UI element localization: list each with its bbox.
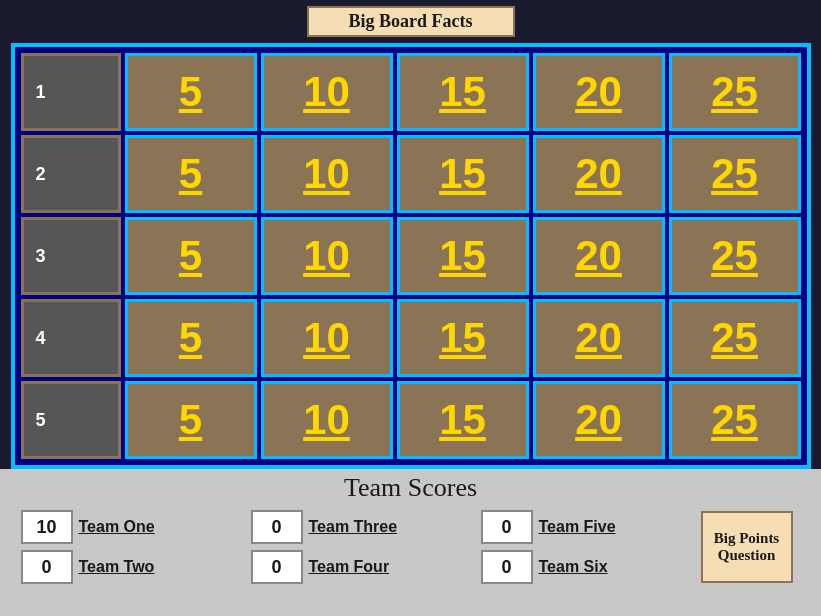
cell-value-row2-col25: 25 — [711, 150, 758, 198]
cell-row3-col25[interactable]: 25 — [669, 217, 801, 295]
cell-value-row4-col5: 5 — [179, 314, 202, 362]
team-score-5: 0 — [481, 550, 533, 584]
cell-row5-col10[interactable]: 10 — [261, 381, 393, 459]
team-entry-2: 0Team Five — [481, 509, 701, 545]
team-entry-0: 10Team One — [21, 509, 241, 545]
cell-row4-col25[interactable]: 25 — [669, 299, 801, 377]
cell-value-row5-col5: 5 — [179, 396, 202, 444]
team-name-0: Team One — [79, 518, 179, 536]
team-score-4: 0 — [251, 550, 303, 584]
cell-value-row4-col25: 25 — [711, 314, 758, 362]
cell-value-row5-col10: 10 — [303, 396, 350, 444]
team-entry-1: 0Team Three — [251, 509, 471, 545]
cell-row3-col5[interactable]: 5 — [125, 217, 257, 295]
cell-value-row4-col10: 10 — [303, 314, 350, 362]
cell-row2-col25[interactable]: 25 — [669, 135, 801, 213]
cell-row5-col25[interactable]: 25 — [669, 381, 801, 459]
cell-value-row3-col15: 15 — [439, 232, 486, 280]
cell-value-row5-col20: 20 — [575, 396, 622, 444]
cell-row2-col20[interactable]: 20 — [533, 135, 665, 213]
cell-row2-col10[interactable]: 10 — [261, 135, 393, 213]
cell-value-row1-col25: 25 — [711, 68, 758, 116]
title-bar: Big Board Facts — [307, 6, 515, 37]
team-name-2: Team Five — [539, 518, 639, 536]
scores-title: Team Scores — [344, 473, 477, 503]
teams-grid: 10Team One0Team Three0Team Five0Team Two… — [21, 509, 701, 585]
team-entry-5: 0Team Six — [481, 549, 701, 585]
team-entry-3: 0Team Two — [21, 549, 241, 585]
cell-value-row3-col25: 25 — [711, 232, 758, 280]
cell-value-row1-col10: 10 — [303, 68, 350, 116]
row-label-1: 1 — [21, 53, 121, 131]
cell-row1-col20[interactable]: 20 — [533, 53, 665, 131]
row-label-3: 3 — [21, 217, 121, 295]
cell-row3-col20[interactable]: 20 — [533, 217, 665, 295]
game-board: 1510152025251015202535101520254510152025… — [11, 43, 811, 469]
big-points-button[interactable]: Big Points Question — [701, 511, 793, 583]
cell-value-row3-col20: 20 — [575, 232, 622, 280]
cell-value-row5-col25: 25 — [711, 396, 758, 444]
scores-section: Team Scores 10Team One0Team Three0Team F… — [0, 469, 821, 616]
scores-teams-area: 10Team One0Team Three0Team Five0Team Two… — [21, 509, 801, 585]
cell-row5-col5[interactable]: 5 — [125, 381, 257, 459]
team-name-4: Team Four — [309, 558, 409, 576]
cell-row2-col5[interactable]: 5 — [125, 135, 257, 213]
cell-value-row2-col10: 10 — [303, 150, 350, 198]
cell-row5-col15[interactable]: 15 — [397, 381, 529, 459]
cell-row1-col10[interactable]: 10 — [261, 53, 393, 131]
cell-value-row3-col10: 10 — [303, 232, 350, 280]
team-entry-4: 0Team Four — [251, 549, 471, 585]
cell-value-row2-col15: 15 — [439, 150, 486, 198]
row-label-4: 4 — [21, 299, 121, 377]
team-score-0: 10 — [21, 510, 73, 544]
cell-value-row2-col5: 5 — [179, 150, 202, 198]
cell-value-row4-col15: 15 — [439, 314, 486, 362]
row-label-5: 5 — [21, 381, 121, 459]
cell-row2-col15[interactable]: 15 — [397, 135, 529, 213]
cell-row3-col10[interactable]: 10 — [261, 217, 393, 295]
cell-value-row1-col15: 15 — [439, 68, 486, 116]
team-score-3: 0 — [21, 550, 73, 584]
cell-value-row1-col20: 20 — [575, 68, 622, 116]
team-name-1: Team Three — [309, 518, 409, 536]
cell-value-row5-col15: 15 — [439, 396, 486, 444]
cell-row1-col5[interactable]: 5 — [125, 53, 257, 131]
page-title: Big Board Facts — [349, 11, 473, 31]
team-score-1: 0 — [251, 510, 303, 544]
cell-row5-col20[interactable]: 20 — [533, 381, 665, 459]
cell-row3-col15[interactable]: 15 — [397, 217, 529, 295]
cell-value-row2-col20: 20 — [575, 150, 622, 198]
cell-value-row1-col5: 5 — [179, 68, 202, 116]
team-name-3: Team Two — [79, 558, 179, 576]
cell-row4-col5[interactable]: 5 — [125, 299, 257, 377]
cell-row4-col15[interactable]: 15 — [397, 299, 529, 377]
cell-row1-col15[interactable]: 15 — [397, 53, 529, 131]
cell-row4-col10[interactable]: 10 — [261, 299, 393, 377]
cell-value-row3-col5: 5 — [179, 232, 202, 280]
row-label-2: 2 — [21, 135, 121, 213]
team-score-2: 0 — [481, 510, 533, 544]
cell-row4-col20[interactable]: 20 — [533, 299, 665, 377]
board-grid: 1510152025251015202535101520254510152025… — [21, 53, 801, 459]
cell-value-row4-col20: 20 — [575, 314, 622, 362]
team-name-5: Team Six — [539, 558, 639, 576]
cell-row1-col25[interactable]: 25 — [669, 53, 801, 131]
